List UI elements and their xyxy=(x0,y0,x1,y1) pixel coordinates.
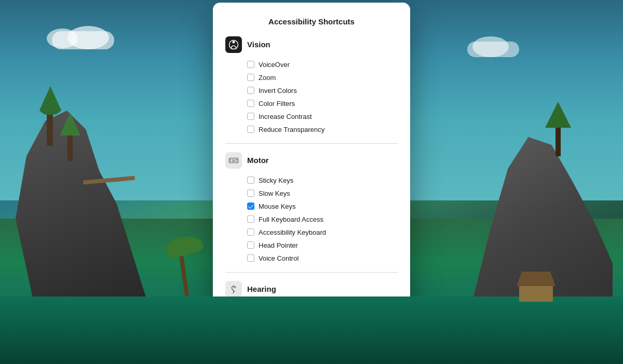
list-item: Invert Colors xyxy=(247,85,398,96)
vision-checkbox-list: VoiceOver Zoom Invert Colors Color Filte… xyxy=(225,59,398,135)
list-item: Reduce Transparency xyxy=(247,124,398,135)
invert-colors-checkbox[interactable] xyxy=(247,87,254,94)
live-captions-label: Live Captions (Beta) xyxy=(259,305,320,313)
dialog-overlay: Accessibility Shortcuts Vision VoiceOver xyxy=(0,0,623,364)
increase-contrast-label: Increase Contrast xyxy=(259,113,312,120)
list-item: Color Filters xyxy=(247,98,398,109)
hearing-checkbox-list: Live Captions (Beta) xyxy=(225,304,398,315)
list-item: Slow Keys xyxy=(247,188,398,199)
zoom-checkbox[interactable] xyxy=(247,74,254,81)
hearing-section: Hearing Live Captions (Beta) xyxy=(213,281,410,315)
slow-keys-checkbox[interactable] xyxy=(247,190,254,197)
motor-checkbox-list: Sticky Keys Slow Keys Mouse Keys Full Ke… xyxy=(225,175,398,264)
list-item: VoiceOver xyxy=(247,59,398,70)
sticky-keys-label: Sticky Keys xyxy=(259,177,293,184)
mouse-keys-label: Mouse Keys xyxy=(259,203,296,210)
motor-icon xyxy=(225,152,242,169)
divider-1 xyxy=(225,143,398,144)
list-item: Zoom xyxy=(247,72,398,83)
zoom-label: Zoom xyxy=(259,74,276,82)
svg-rect-9 xyxy=(236,160,237,161)
hearing-title: Hearing xyxy=(247,285,276,293)
svg-point-10 xyxy=(233,292,234,293)
hearing-section-header: Hearing xyxy=(225,281,398,298)
reduce-transparency-label: Reduce Transparency xyxy=(259,126,324,133)
dialog-title: Accessibility Shortcuts xyxy=(213,17,410,26)
voiceover-checkbox[interactable] xyxy=(247,61,254,68)
svg-rect-4 xyxy=(232,159,233,160)
accessibility-keyboard-checkbox[interactable] xyxy=(247,228,254,236)
color-filters-checkbox[interactable] xyxy=(247,100,254,107)
motor-section: Motor Sticky Keys Slow Keys Mouse Keys xyxy=(213,152,410,264)
accessibility-keyboard-label: Accessibility Keyboard xyxy=(259,228,326,236)
slow-keys-label: Slow Keys xyxy=(259,190,290,197)
voice-control-label: Voice Control xyxy=(259,254,299,262)
svg-rect-6 xyxy=(236,159,238,160)
vision-section: Vision VoiceOver Zoom Invert Colors Col xyxy=(213,36,410,135)
voiceover-label: VoiceOver xyxy=(259,61,290,69)
head-pointer-checkbox[interactable] xyxy=(247,241,254,249)
keyboard-shortcuts-button[interactable]: Keyboard Shortcuts... xyxy=(225,326,294,349)
voice-control-checkbox[interactable] xyxy=(247,254,254,262)
motor-title: Motor xyxy=(247,156,269,165)
svg-rect-3 xyxy=(230,159,231,160)
list-item: Sticky Keys xyxy=(247,175,398,186)
live-captions-checkbox[interactable] xyxy=(247,305,254,313)
list-item: Increase Contrast xyxy=(247,111,398,122)
hearing-icon xyxy=(225,281,242,298)
full-keyboard-access-label: Full Keyboard Access xyxy=(259,215,323,223)
increase-contrast-checkbox[interactable] xyxy=(247,113,254,120)
color-filters-label: Color Filters xyxy=(259,100,295,107)
vision-title: Vision xyxy=(247,40,270,49)
vision-icon xyxy=(225,36,242,53)
svg-rect-8 xyxy=(232,160,236,161)
done-button[interactable]: Done xyxy=(351,326,398,349)
accessibility-shortcuts-dialog: Accessibility Shortcuts Vision VoiceOver xyxy=(213,3,410,362)
svg-point-0 xyxy=(233,41,235,43)
svg-rect-2 xyxy=(229,158,238,163)
sticky-keys-checkbox[interactable] xyxy=(247,177,254,184)
list-item: Voice Control xyxy=(247,253,398,264)
invert-colors-label: Invert Colors xyxy=(259,87,297,95)
vision-section-header: Vision xyxy=(225,36,398,53)
list-item: Mouse Keys xyxy=(247,201,398,212)
divider-2 xyxy=(225,272,398,273)
mouse-keys-checkbox[interactable] xyxy=(247,203,254,210)
list-item: Head Pointer xyxy=(247,240,398,251)
motor-section-header: Motor xyxy=(225,152,398,169)
dialog-footer: Keyboard Shortcuts... Settings... Done xyxy=(213,317,410,349)
list-item: Live Captions (Beta) xyxy=(247,304,398,315)
settings-button[interactable]: Settings... xyxy=(299,326,346,349)
list-item: Full Keyboard Access xyxy=(247,214,398,225)
svg-rect-5 xyxy=(234,159,235,160)
reduce-transparency-checkbox[interactable] xyxy=(247,126,254,133)
list-item: Accessibility Keyboard xyxy=(247,227,398,238)
full-keyboard-access-checkbox[interactable] xyxy=(247,215,254,223)
svg-rect-7 xyxy=(230,160,231,161)
head-pointer-label: Head Pointer xyxy=(259,241,298,249)
